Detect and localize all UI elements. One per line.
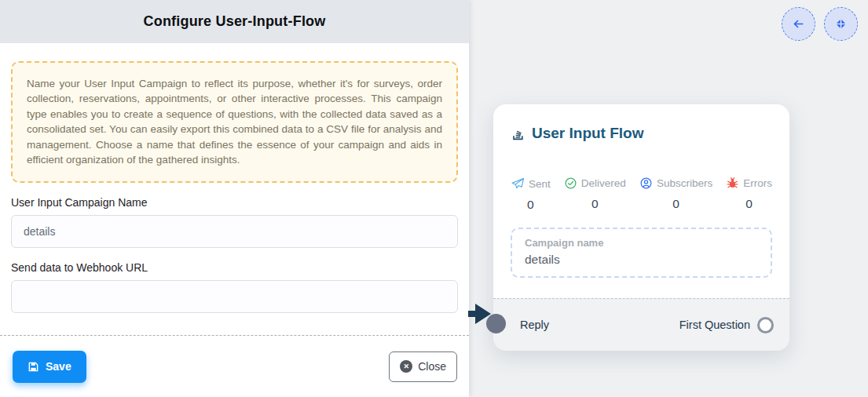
save-button-label: Save — [46, 360, 71, 373]
flow-node-footer: Reply First Question — [493, 298, 789, 351]
configure-user-input-flow-screen: Configure User-Input-Flow Name your User… — [0, 0, 868, 397]
stat-label: Subscribers — [657, 177, 712, 189]
flow-node-title: User Input Flow — [532, 123, 644, 144]
stat-value: 0 — [672, 197, 679, 211]
panel-footer: Save ✕ Close — [0, 335, 469, 397]
stat-delivered: Delivered 0 — [564, 177, 626, 212]
stat-subscribers: Subscribers 0 — [639, 177, 712, 212]
panel-header: Configure User-Input-Flow — [0, 0, 469, 43]
stat-value: 0 — [527, 198, 534, 212]
stat-value: 0 — [745, 197, 753, 211]
webhook-url-input[interactable] — [11, 280, 458, 313]
page-title: Configure User-Input-Flow — [144, 13, 326, 30]
stat-errors: Errors 0 — [726, 177, 772, 212]
campaign-name-display-value: details — [525, 253, 758, 267]
close-button[interactable]: ✕ Close — [389, 351, 457, 382]
stat-label: Errors — [743, 177, 772, 189]
compress-icon — [834, 17, 848, 31]
campaign-name-input[interactable] — [11, 215, 458, 248]
save-button[interactable]: Save — [13, 351, 86, 383]
campaign-name-label: User Input Campaign Name — [11, 196, 458, 209]
stat-label: Sent — [529, 178, 551, 190]
configure-panel: Configure User-Input-Flow Name your User… — [0, 0, 469, 397]
stat-label: Delivered — [581, 177, 626, 189]
subscriber-icon — [639, 177, 653, 190]
close-button-label: Close — [418, 360, 446, 373]
flow-node-title-row: User Input Flow — [511, 123, 772, 144]
first-question-group: First Question — [679, 317, 774, 333]
flow-node-body: User Input Flow Sent — [493, 104, 789, 298]
flow-canvas: User Input Flow Sent — [469, 0, 868, 397]
user-input-flow-node[interactable]: User Input Flow Sent — [493, 104, 789, 351]
campaign-info-note: Name your User Input Campaign to reflect… — [11, 61, 458, 183]
collapse-view-button[interactable] — [824, 7, 858, 41]
campaign-name-display[interactable]: Campaign name details — [511, 228, 772, 278]
webhook-url-label: Send data to Webhook URL — [11, 261, 458, 274]
bug-icon — [726, 177, 739, 190]
stats-row: Sent 0 Delivered — [511, 177, 772, 212]
back-button[interactable] — [782, 7, 815, 41]
stat-value: 0 — [591, 197, 599, 211]
close-icon: ✕ — [400, 360, 412, 373]
reply-label: Reply — [520, 319, 549, 331]
first-question-output-handle[interactable] — [757, 317, 774, 333]
reply-input-handle[interactable] — [486, 314, 506, 333]
stat-sent: Sent 0 — [511, 177, 551, 212]
panel-body: Name your User Input Campaign to reflect… — [0, 43, 469, 313]
arrow-left-icon — [791, 16, 806, 31]
save-icon — [27, 361, 39, 373]
stack-icon — [511, 126, 526, 141]
canvas-toolbar — [782, 7, 858, 41]
check-circle-icon — [564, 177, 577, 190]
paper-plane-icon — [511, 177, 525, 191]
campaign-name-display-label: Campaign name — [525, 237, 758, 249]
first-question-label: First Question — [679, 319, 750, 331]
